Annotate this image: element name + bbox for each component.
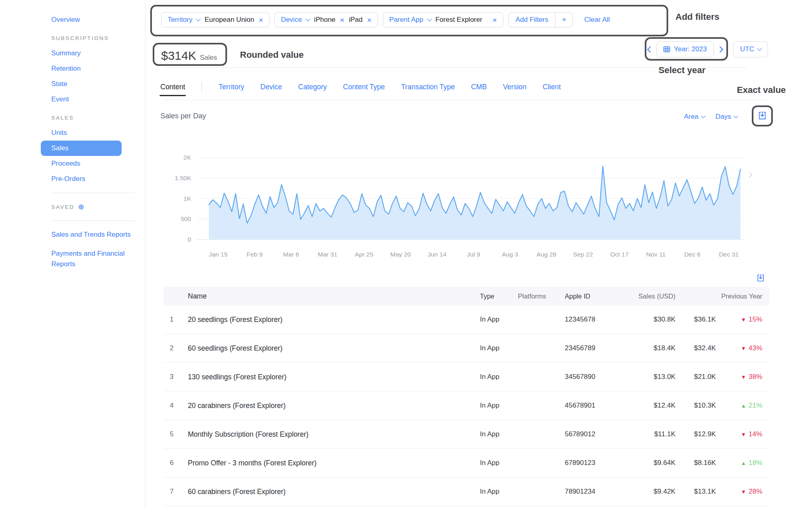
row-change: ▼28% [716, 488, 762, 496]
row-name: Promo Offer - 3 months (Forest Explorer) [180, 459, 478, 467]
clear-all-button[interactable]: Clear All [584, 16, 610, 24]
table-row[interactable]: 260 seedlings (Forest Explorer)In App234… [164, 334, 770, 363]
tab-cmb[interactable]: CMB [471, 83, 487, 91]
plus-icon[interactable]: + [555, 15, 572, 24]
table-row[interactable]: 6Promo Offer - 3 months (Forest Explorer… [164, 449, 770, 477]
header-apple-id: Apple ID [554, 292, 607, 300]
row-type: In App [478, 402, 518, 410]
tab-client[interactable]: Client [543, 83, 561, 91]
header-previous-year: Previous Year [675, 292, 762, 300]
table-row[interactable]: 120 seedlings (Forest Explorer)In App123… [164, 305, 770, 334]
chart-controls: Area Days [684, 113, 738, 121]
chart-scroll-right[interactable] [746, 170, 753, 180]
timezone-selector[interactable]: UTC [733, 41, 768, 57]
chevron-right-icon[interactable] [717, 46, 723, 53]
sidebar-item-payments-and-financial-reports[interactable]: Payments and Financial Reports [0, 248, 132, 269]
table-body: 120 seedlings (Forest Explorer)In App123… [164, 305, 770, 506]
filter-chip-device: Device iPhone × iPad × [274, 12, 378, 27]
territory-filter-value: European Union [204, 16, 254, 24]
device-filter-dropdown[interactable]: Device [281, 16, 302, 24]
chart-type-dropdown[interactable]: Area [684, 113, 705, 121]
tab-content-type[interactable]: Content Type [343, 83, 385, 91]
tab-transaction-type[interactable]: Transaction Type [401, 83, 455, 91]
annotation-label-rounded-value: Rounded value [240, 50, 304, 60]
circle-plus-icon[interactable]: ⊕ [78, 202, 84, 211]
chevron-down-icon[interactable] [196, 17, 201, 21]
row-sales: $12.4K [607, 402, 675, 410]
sidebar-item-retention[interactable]: Retention [0, 61, 145, 76]
row-type: In App [478, 488, 518, 496]
x-axis-tick: Dec 31 [710, 251, 747, 258]
chart-interval-dropdown[interactable]: Days [715, 113, 738, 121]
header-name: Name [180, 292, 478, 301]
sidebar-item-units[interactable]: Units [0, 125, 145, 141]
triangle-down-icon: ▼ [741, 374, 746, 380]
timezone-label: UTC [740, 45, 754, 53]
table-row[interactable]: 5Monthly Subscription (Forest Explorer)I… [164, 420, 770, 449]
row-previous: $21.0K [675, 373, 716, 381]
sidebar-divider [51, 221, 135, 221]
row-index: 3 [164, 373, 180, 381]
row-type: In App [478, 344, 518, 352]
annotation-label-select-year: Select year [658, 65, 705, 76]
chevron-down-icon[interactable] [427, 17, 431, 21]
territory-filter-dropdown[interactable]: Territory [168, 16, 192, 24]
close-icon[interactable]: × [340, 16, 344, 24]
tab-version[interactable]: Version [503, 83, 526, 91]
tab-device[interactable]: Device [261, 83, 282, 91]
chart-interval-label: Days [715, 113, 731, 121]
row-change: ▼38% [716, 373, 762, 381]
close-icon[interactable]: × [492, 16, 497, 24]
sidebar-section-label: SAVED [51, 204, 74, 210]
row-change: ▼15% [716, 315, 762, 324]
sidebar-item-summary[interactable]: Summary [0, 46, 145, 61]
tab-category[interactable]: Category [298, 83, 327, 91]
tab-content[interactable]: Content [160, 83, 185, 91]
triangle-down-icon: ▼ [741, 345, 746, 351]
parent-app-filter-value: Forest Explorer [435, 16, 482, 24]
x-axis-tick: May 20 [382, 251, 419, 258]
row-type: In App [478, 373, 518, 381]
close-icon[interactable]: × [367, 16, 371, 24]
y-axis-tick: 500 [157, 215, 191, 223]
sales-chart-svg[interactable] [162, 149, 751, 246]
sidebar-item-proceeds[interactable]: Proceeds [0, 156, 145, 171]
row-previous: $36.1K [675, 315, 716, 324]
sidebar-item-state[interactable]: State [0, 76, 145, 92]
sidebar-item-sales-and-trends-reports[interactable]: Sales and Trends Reports [0, 229, 132, 240]
row-sales: $13.0K [607, 373, 675, 381]
row-change-percent: 28% [749, 488, 762, 495]
row-name: Monthly Subscription (Forest Explorer) [180, 430, 478, 439]
sidebar-item-event[interactable]: Event [0, 92, 145, 107]
tab-territory[interactable]: Territory [219, 83, 244, 91]
row-sales: $9.64K [607, 459, 675, 467]
row-change-percent: 14% [749, 430, 762, 438]
chevron-down-icon[interactable] [306, 17, 310, 21]
table-row[interactable]: 3130 seedlings (Forest Explorer)In App34… [164, 363, 770, 391]
close-icon[interactable]: × [259, 16, 263, 24]
x-axis-tick: Sep 22 [564, 251, 602, 258]
table-row[interactable]: 420 carabiners (Forest Explorer)In App45… [164, 391, 770, 420]
chevron-left-icon[interactable] [647, 46, 654, 53]
triangle-down-icon: ▼ [741, 431, 746, 437]
sidebar-section-subscriptions: SUBSCRIPTIONS [0, 30, 145, 46]
row-name: 20 carabiners (Forest Explorer) [180, 402, 478, 410]
download-icon[interactable] [757, 111, 767, 120]
header-platforms: Platforms [518, 292, 554, 300]
add-filters-button[interactable]: Add Filters [509, 16, 555, 24]
parent-app-filter-dropdown[interactable]: Parent App [389, 16, 423, 24]
chevron-down-icon [701, 114, 705, 118]
download-icon[interactable] [756, 273, 765, 282]
year-navigation: Year: 2023 [648, 41, 722, 57]
row-apple-id: 45678901 [554, 402, 607, 410]
x-axis-tick: Mar 31 [309, 251, 346, 258]
sidebar-item-overview[interactable]: Overview [0, 12, 145, 27]
year-selector-button[interactable]: Year: 2023 [656, 41, 714, 57]
annotation-label-exact-value: Exact value [737, 85, 786, 95]
sidebar-item-pre-orders[interactable]: Pre-Orders [0, 171, 145, 187]
chevron-down-icon [757, 46, 762, 50]
sidebar-item-sales[interactable]: Sales [41, 141, 122, 156]
x-axis-tick: Aug 28 [528, 251, 565, 258]
table-row[interactable]: 760 carabiners (Forest Explorer)In App78… [164, 477, 770, 506]
row-sales: $11.1K [607, 430, 675, 438]
